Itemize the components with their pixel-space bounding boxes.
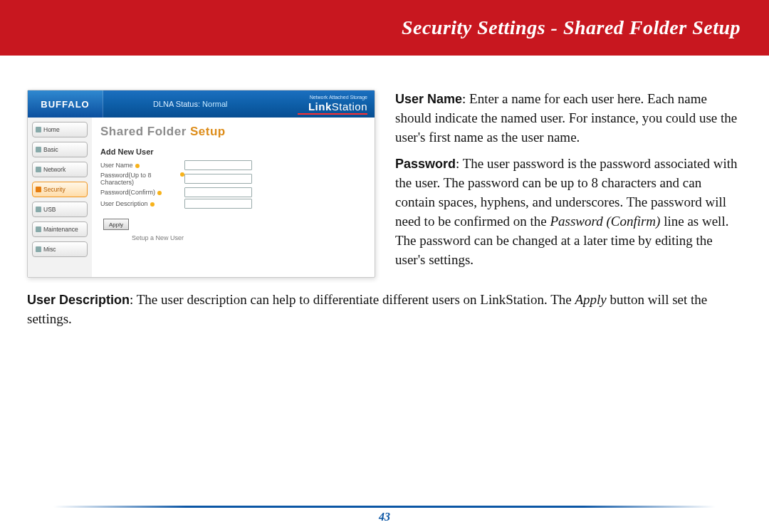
paragraph-password: Password: The user password is the passw… [395, 155, 742, 270]
sidebar-item-home[interactable]: Home [32, 122, 88, 137]
required-icon [157, 191, 162, 195]
sidebar-item-label: USB [43, 206, 56, 213]
heading-grey: Shared Folder [100, 125, 190, 138]
label-user-desc: User Description [100, 200, 184, 207]
home-icon [36, 127, 41, 132]
header-band: Security Settings - Shared Folder Setup [0, 0, 769, 56]
brand-logo: BUFFALO [28, 90, 103, 118]
screenshot-caption: Setup a New User [132, 234, 366, 241]
page-footer: 43 [0, 506, 769, 523]
page: Security Settings - Shared Folder Setup … [0, 0, 769, 532]
sidebar-item-label: Misc [43, 246, 56, 253]
product-sub: Network Attached Storage [308, 95, 367, 100]
sidebar-item-label: Network [43, 166, 66, 173]
input-password-confirm[interactable] [184, 187, 252, 197]
label-strong: User Description [27, 293, 130, 307]
sidebar-item-security[interactable]: Security [32, 182, 88, 197]
label-strong: User Name [395, 92, 462, 106]
label-password: Password(Up to 8 Characters) [100, 172, 184, 186]
paragraph-body: : The user description can help to diffe… [130, 292, 575, 307]
italic-term: Apply [575, 292, 606, 307]
sidebar-item-basic[interactable]: Basic [32, 142, 88, 157]
label-text: Password(Up to 8 Characters) [100, 172, 178, 186]
label-text: User Description [100, 200, 148, 207]
required-icon [135, 164, 140, 168]
screenshot-main: Shared Folder Setup Add New User User Na… [92, 118, 375, 277]
label-username: User Name [100, 162, 184, 169]
sidebar-item-label: Maintenance [43, 226, 78, 233]
maintenance-icon [36, 226, 41, 232]
screenshot-body: Home Basic Network Security USB Maintena… [28, 118, 375, 277]
label-password-confirm: Password(Confirm) [100, 189, 184, 196]
product-underline [298, 113, 367, 115]
footer-rule [53, 506, 716, 508]
heading-orange: Setup [190, 125, 226, 138]
form-rows: User Name Password(Up to 8 Characters) P… [100, 160, 366, 209]
product-main-a: Link [308, 100, 332, 113]
sidebar-item-network[interactable]: Network [32, 162, 88, 177]
italic-term: Password (Confirm) [550, 214, 660, 229]
row-username: User Name [100, 160, 366, 170]
input-password[interactable] [184, 174, 252, 184]
sidebar-item-misc[interactable]: Misc [32, 241, 88, 257]
row-password: Password(Up to 8 Characters) [100, 172, 366, 186]
upper-row: BUFFALO DLNA Status: Normal Network Atta… [27, 90, 742, 278]
product-main-b: Station [332, 100, 367, 113]
sidebar-item-label: Basic [43, 146, 58, 153]
sidebar-item-maintenance[interactable]: Maintenance [32, 221, 88, 237]
input-user-desc[interactable] [184, 199, 252, 209]
screenshot-sidebar: Home Basic Network Security USB Maintena… [28, 118, 92, 277]
row-user-desc: User Description [100, 199, 366, 209]
sidebar-item-label: Security [43, 186, 66, 193]
label-strong: Password [395, 157, 456, 171]
screenshot-heading: Shared Folder Setup [100, 125, 366, 139]
usb-icon [36, 207, 41, 212]
apply-button[interactable]: Apply [103, 219, 129, 230]
screenshot-panel: BUFFALO DLNA Status: Normal Network Atta… [27, 90, 375, 278]
dlna-value: Normal [202, 100, 227, 108]
label-text: Password(Confirm) [100, 189, 155, 196]
paragraph-userdesc: User Description: The user description c… [27, 291, 742, 329]
page-number: 43 [0, 511, 769, 523]
row-password-confirm: Password(Confirm) [100, 187, 366, 197]
misc-icon [36, 246, 41, 252]
content-area: BUFFALO DLNA Status: Normal Network Atta… [0, 56, 769, 329]
required-icon [150, 202, 155, 207]
paragraph-username: User Name: Enter a name for each user he… [395, 90, 742, 147]
page-title: Security Settings - Shared Folder Setup [402, 16, 741, 39]
product-main: LinkStation [308, 100, 367, 113]
basic-icon [36, 147, 41, 152]
label-text: User Name [100, 162, 133, 169]
screenshot-topbar: BUFFALO DLNA Status: Normal Network Atta… [28, 90, 375, 118]
sidebar-item-label: Home [43, 126, 60, 133]
network-icon [36, 167, 41, 172]
product-badge: Network Attached Storage LinkStation [308, 95, 367, 113]
explain-column: User Name: Enter a name for each user he… [395, 90, 742, 278]
security-icon [36, 187, 41, 192]
sidebar-item-usb[interactable]: USB [32, 202, 88, 217]
dlna-status: DLNA Status: Normal [153, 100, 228, 108]
dlna-label: DLNA Status: [153, 100, 200, 108]
input-username[interactable] [184, 160, 252, 170]
screenshot-subheading: Add New User [100, 147, 366, 156]
